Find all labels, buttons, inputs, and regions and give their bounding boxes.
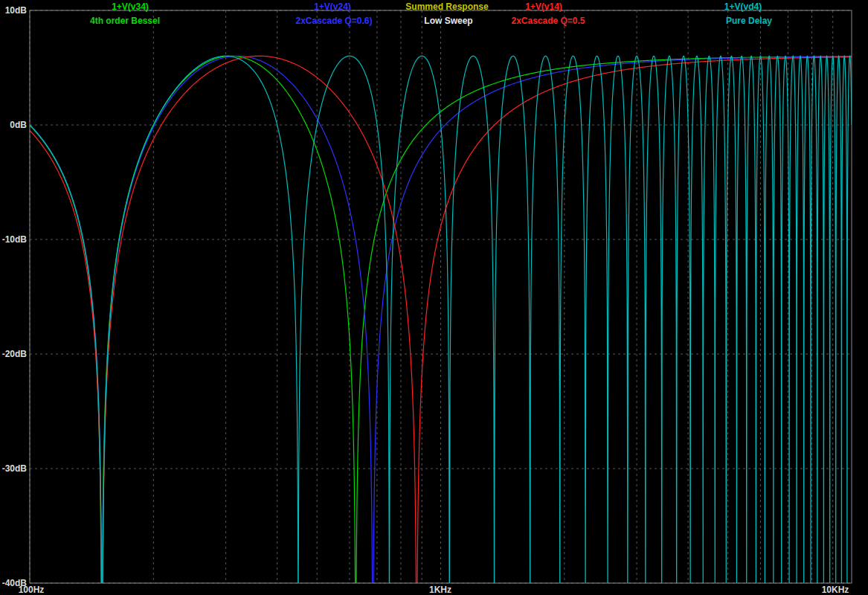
y-axis-tick-label: 10dB bbox=[0, 5, 27, 16]
y-axis-tick-label: -30dB bbox=[0, 463, 27, 474]
y-axis-tick-label: -20dB bbox=[0, 349, 27, 359]
legend-trace-description: Pure Delay bbox=[726, 16, 772, 26]
legend-trace-name: 1+V(vd4) bbox=[724, 1, 762, 12]
legend-trace-description: 2xCascade Q=0.6) bbox=[295, 16, 372, 26]
plot-canvas bbox=[0, 0, 868, 595]
y-axis-tick-label: 0dB bbox=[0, 120, 27, 130]
frequency-response-plot: 10dB 0dB -10dB -20dB -30dB -40dB 100Hz 1… bbox=[0, 0, 868, 595]
legend-trace-description: 4th order Bessel bbox=[90, 16, 160, 26]
legend-trace-name: Summed Response bbox=[405, 1, 488, 12]
legend-trace-description: Low Sweep bbox=[424, 16, 472, 26]
legend-trace-name: 1+V(v24) bbox=[314, 1, 351, 12]
x-axis-tick-label: 1KHz bbox=[429, 585, 451, 595]
x-axis-tick-label: 10KHz bbox=[822, 585, 849, 595]
y-axis-tick-label: -10dB bbox=[0, 234, 27, 245]
legend-trace-name: 1+V(v34) bbox=[112, 1, 149, 12]
x-axis-tick-label: 100Hz bbox=[19, 585, 45, 595]
legend-trace-name: 1+V(v14) bbox=[525, 1, 562, 12]
legend-trace-description: 2xCascade Q=0.5 bbox=[511, 16, 585, 26]
